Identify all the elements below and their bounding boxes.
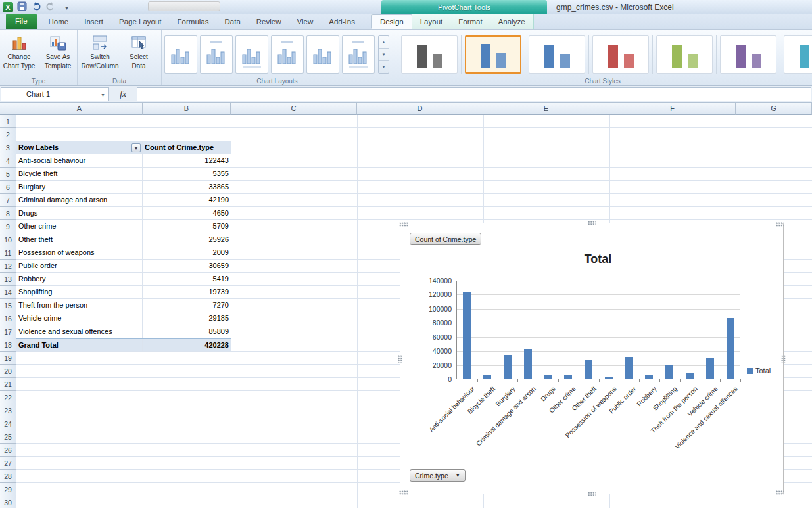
row-header-10[interactable]: 10: [0, 233, 16, 246]
row-header-30[interactable]: 30: [0, 496, 16, 508]
chart-bar[interactable]: [463, 292, 471, 379]
ribbon-tab-add-ins[interactable]: Add-Ins: [321, 14, 363, 29]
row-header-23[interactable]: 23: [0, 404, 16, 417]
redo-icon[interactable]: [45, 1, 56, 13]
chart-bar[interactable]: [665, 365, 673, 379]
save-as-template-button[interactable]: Save As Template: [39, 30, 77, 76]
column-header-B[interactable]: B: [143, 103, 231, 115]
row-header-7[interactable]: 7: [0, 194, 16, 207]
pivot-row[interactable]: Other theft25926: [16, 233, 231, 246]
ribbon-tab-layout[interactable]: Layout: [412, 14, 451, 29]
chart-style-5[interactable]: [656, 35, 713, 74]
pivot-row[interactable]: Shoplifting19739: [16, 286, 231, 299]
chart-bar[interactable]: [727, 318, 734, 379]
chart-style-1[interactable]: [401, 35, 458, 74]
resize-handle[interactable]: [399, 222, 408, 227]
chart-bar[interactable]: [504, 355, 512, 379]
chart-bar[interactable]: [686, 373, 694, 379]
switch-row-column-button[interactable]: Switch Row/Column: [82, 30, 119, 76]
resize-handle[interactable]: [399, 490, 408, 495]
value-field-button[interactable]: Count of Crime.type: [410, 233, 481, 245]
pivot-row[interactable]: Criminal damage and arson42190: [16, 194, 231, 207]
axis-field-button[interactable]: Crime.type ▼: [410, 469, 466, 482]
row-labels-filter-button[interactable]: ▼: [131, 143, 141, 152]
save-icon[interactable]: [17, 1, 27, 14]
formula-input[interactable]: [137, 87, 811, 101]
row-header-28[interactable]: 28: [0, 470, 16, 483]
column-header-A[interactable]: A: [16, 103, 143, 115]
chart-style-3[interactable]: [529, 35, 585, 74]
row-header-22[interactable]: 22: [0, 391, 16, 404]
row-header-6[interactable]: 6: [0, 181, 16, 194]
chart-bar[interactable]: [544, 375, 552, 379]
chart-bar[interactable]: [706, 358, 714, 379]
chart-layout-5[interactable]: [306, 35, 339, 74]
row-header-1[interactable]: 1: [0, 115, 16, 128]
chart-style-2[interactable]: [465, 35, 521, 74]
resize-handle[interactable]: [781, 355, 786, 363]
chart-style-7[interactable]: [784, 35, 812, 74]
chart-bar[interactable]: [524, 349, 532, 379]
pivot-row[interactable]: Theft from the person7270: [16, 299, 231, 312]
change-chart-type-button[interactable]: Change Chart Type: [1, 30, 38, 76]
resize-handle[interactable]: [776, 490, 784, 495]
chart-bar[interactable]: [605, 377, 613, 379]
column-header-F[interactable]: F: [609, 103, 736, 115]
field-button-dropdown-icon[interactable]: ▼: [456, 473, 460, 478]
column-header-G[interactable]: G: [736, 103, 812, 115]
row-header-21[interactable]: 21: [0, 378, 16, 391]
row-header-15[interactable]: 15: [0, 299, 16, 312]
chart-layout-1[interactable]: [164, 35, 197, 74]
row-header-16[interactable]: 16: [0, 312, 16, 325]
resize-handle[interactable]: [588, 492, 596, 496]
row-header-9[interactable]: 9: [0, 220, 16, 233]
pivot-row[interactable]: Anti-social behaviour122443: [16, 154, 231, 168]
resize-handle[interactable]: [588, 221, 596, 225]
ribbon-tab-design[interactable]: Design: [371, 14, 412, 29]
gallery-scroll-down-icon[interactable]: ▼: [379, 49, 389, 61]
column-header-D[interactable]: D: [357, 103, 483, 115]
gallery-scroll-up-icon[interactable]: ▲: [379, 36, 389, 49]
row-header-24[interactable]: 24: [0, 417, 16, 430]
customize-qat-arrow-icon[interactable]: ▼: [64, 5, 69, 11]
ribbon-tab-home[interactable]: Home: [41, 14, 77, 29]
column-header-C[interactable]: C: [231, 103, 357, 115]
ribbon-tab-formulas[interactable]: Formulas: [170, 14, 217, 29]
name-box[interactable]: Chart 1 ▼: [1, 87, 109, 101]
chart-bar[interactable]: [564, 375, 572, 379]
ribbon-tab-view[interactable]: View: [289, 14, 322, 29]
pivot-row[interactable]: Other crime5709: [16, 220, 231, 233]
resize-handle[interactable]: [776, 222, 784, 227]
row-header-12[interactable]: 12: [0, 260, 16, 273]
pivot-row[interactable]: Vehicle crime29185: [16, 312, 231, 325]
row-header-11[interactable]: 11: [0, 246, 16, 260]
chart-layout-6[interactable]: [342, 35, 375, 74]
ribbon-tab-file[interactable]: File: [6, 14, 37, 29]
row-header-29[interactable]: 29: [0, 483, 16, 496]
row-header-5[interactable]: 5: [0, 168, 16, 181]
row-header-2[interactable]: 2: [0, 128, 16, 141]
chart-bar[interactable]: [625, 357, 633, 379]
excel-app-icon[interactable]: X: [3, 2, 13, 12]
chart-style-4[interactable]: [592, 35, 649, 74]
chart-style-6[interactable]: [720, 35, 776, 74]
row-header-8[interactable]: 8: [0, 207, 16, 220]
gallery-more-icon[interactable]: ▼: [379, 61, 389, 73]
pivot-row[interactable]: Robbery5419: [16, 273, 231, 286]
pivot-header-row-labels[interactable]: Row Labels▼: [16, 141, 143, 154]
name-box-dropdown-icon[interactable]: ▼: [101, 93, 105, 97]
pivot-row[interactable]: Drugs4650: [16, 207, 231, 220]
ribbon-tab-data[interactable]: Data: [217, 14, 249, 29]
column-header-E[interactable]: E: [483, 103, 609, 115]
pivot-header-count[interactable]: Count of Crime.type: [143, 141, 231, 154]
chart-bar[interactable]: [585, 360, 592, 379]
row-header-13[interactable]: 13: [0, 273, 16, 286]
pivot-row[interactable]: Possession of weapons2009: [16, 246, 231, 260]
row-header-20[interactable]: 20: [0, 365, 16, 378]
row-header-3[interactable]: 3: [0, 141, 16, 154]
row-header-25[interactable]: 25: [0, 430, 16, 444]
chart-layout-4[interactable]: [271, 35, 304, 74]
ribbon-tab-analyze[interactable]: Analyze: [490, 14, 533, 29]
chart-bar[interactable]: [483, 375, 491, 379]
chart-layout-3[interactable]: [235, 35, 268, 74]
